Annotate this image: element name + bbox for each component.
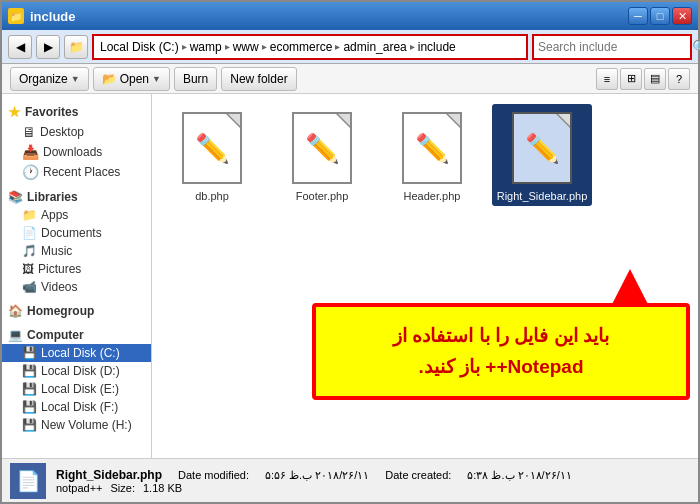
sidebar-item-pictures[interactable]: 🖼 Pictures (2, 260, 151, 278)
explorer-window: 📁 include ─ □ ✕ ◀ ▶ 📁 Local Disk (C:) ▸ … (0, 0, 700, 504)
close-button[interactable]: ✕ (672, 7, 692, 25)
file-item-right-sidebar[interactable]: ✏️ Right_Sidebar.php (492, 104, 592, 206)
status-date-modified-label: Date modified: (178, 469, 249, 481)
organize-dropdown-arrow: ▼ (71, 74, 80, 84)
header-php-icon: ✏️ (397, 108, 467, 188)
sidebar-item-music[interactable]: 🎵 Music (2, 242, 151, 260)
maximize-button[interactable]: □ (650, 7, 670, 25)
up-button[interactable]: 📁 (64, 35, 88, 59)
new-folder-button[interactable]: New folder (221, 67, 296, 91)
computer-icon: 💻 (8, 328, 23, 342)
db-php-label: db.php (195, 190, 229, 202)
sidebar-item-local-disk-f[interactable]: 💾 Local Disk (F:) (2, 398, 151, 416)
forward-button[interactable]: ▶ (36, 35, 60, 59)
apps-icon: 📁 (22, 208, 37, 222)
address-path[interactable]: Local Disk (C:) ▸ wamp ▸ www ▸ ecommerce… (92, 34, 528, 60)
path-wamp: wamp (190, 40, 222, 54)
view-grid-button[interactable]: ⊞ (620, 68, 642, 90)
path-admin-area: admin_area (343, 40, 406, 54)
header-php-label: Header.php (404, 190, 461, 202)
sidebar-item-local-disk-c[interactable]: 💾 Local Disk (C:) (2, 344, 151, 362)
path-ecommerce: ecommerce (270, 40, 333, 54)
open-button[interactable]: 📂 Open ▼ (93, 67, 170, 91)
status-bar: 📄 Right_Sidebar.php Date modified: ۲۰۱۸/… (2, 458, 698, 502)
homegroup-section: 🏠 Homegroup (2, 302, 151, 320)
libraries-header[interactable]: 📚 Libraries (2, 188, 151, 206)
sidebar-item-local-disk-d[interactable]: 💾 Local Disk (D:) (2, 362, 151, 380)
documents-icon: 📄 (22, 226, 37, 240)
homegroup-icon: 🏠 (8, 304, 23, 318)
downloads-icon: 📥 (22, 144, 39, 160)
main-content: ★ Favorites 🖥 Desktop 📥 Downloads 🕐 Rece… (2, 94, 698, 458)
status-size-label: Size: (111, 482, 135, 494)
open-icon: 📂 (102, 72, 117, 86)
status-app: notpad++ (56, 482, 103, 494)
annotation-box: باید این فایل را با استفاده از Notepad++… (312, 303, 690, 400)
search-icon[interactable]: 🔍 (692, 39, 700, 55)
sidebar-item-new-volume-h[interactable]: 💾 New Volume (H:) (2, 416, 151, 434)
disk-f-icon: 💾 (22, 400, 37, 414)
music-icon: 🎵 (22, 244, 37, 258)
disk-h-icon: 💾 (22, 418, 37, 432)
file-area-container: ✏️ db.php ✏️ Footer.php (152, 94, 698, 458)
view-list-button[interactable]: ≡ (596, 68, 618, 90)
right-sidebar-php-label: Right_Sidebar.php (497, 190, 588, 202)
title-controls: ─ □ ✕ (628, 7, 692, 25)
sidebar: ★ Favorites 🖥 Desktop 📥 Downloads 🕐 Rece… (2, 94, 152, 458)
desktop-icon: 🖥 (22, 124, 36, 140)
recent-places-icon: 🕐 (22, 164, 39, 180)
minimize-button[interactable]: ─ (628, 7, 648, 25)
libraries-section: 📚 Libraries 📁 Apps 📄 Documents 🎵 Music 🖼 (2, 188, 151, 296)
disk-c-icon: 💾 (22, 346, 37, 360)
status-filename: Right_Sidebar.php (56, 468, 162, 482)
favorites-section: ★ Favorites 🖥 Desktop 📥 Downloads 🕐 Rece… (2, 102, 151, 182)
status-size-value: 1.18 KB (143, 482, 182, 494)
view-details-button[interactable]: ▤ (644, 68, 666, 90)
file-item-footer[interactable]: ✏️ Footer.php (272, 104, 372, 206)
videos-icon: 📹 (22, 280, 37, 294)
disk-e-icon: 💾 (22, 382, 37, 396)
address-bar: ◀ ▶ 📁 Local Disk (C:) ▸ wamp ▸ www ▸ eco… (2, 30, 698, 64)
annotation-text: باید این فایل را با استفاده از Notepad++… (328, 321, 674, 382)
open-dropdown-arrow: ▼ (152, 74, 161, 84)
path-local-disk: Local Disk (C:) (100, 40, 179, 54)
sidebar-item-downloads[interactable]: 📥 Downloads (2, 142, 151, 162)
right-sidebar-php-icon: ✏️ (507, 108, 577, 188)
sidebar-item-apps[interactable]: 📁 Apps (2, 206, 151, 224)
sidebar-item-videos[interactable]: 📹 Videos (2, 278, 151, 296)
window-title: include (30, 9, 76, 24)
status-info: Right_Sidebar.php Date modified: ۲۰۱۸/۲۶… (56, 468, 572, 494)
footer-php-label: Footer.php (296, 190, 349, 202)
file-item-header[interactable]: ✏️ Header.php (382, 104, 482, 206)
homegroup-header[interactable]: 🏠 Homegroup (2, 302, 151, 320)
search-input[interactable] (538, 40, 688, 54)
toolbar: Organize ▼ 📂 Open ▼ Burn New folder ≡ ⊞ … (2, 64, 698, 94)
title-bar-left: 📁 include (8, 8, 76, 24)
organize-button[interactable]: Organize ▼ (10, 67, 89, 91)
path-www: www (233, 40, 259, 54)
file-item-db[interactable]: ✏️ db.php (162, 104, 262, 206)
status-file-icon: 📄 (10, 463, 46, 499)
computer-header[interactable]: 💻 Computer (2, 326, 151, 344)
window-icon: 📁 (8, 8, 24, 24)
help-button[interactable]: ? (668, 68, 690, 90)
favorites-header[interactable]: ★ Favorites (2, 102, 151, 122)
disk-d-icon: 💾 (22, 364, 37, 378)
title-bar: 📁 include ─ □ ✕ (2, 2, 698, 30)
search-box[interactable]: 🔍 (532, 34, 692, 60)
star-icon: ★ (8, 104, 21, 120)
footer-php-icon: ✏️ (287, 108, 357, 188)
view-controls: ≡ ⊞ ▤ ? (596, 68, 690, 90)
sidebar-item-local-disk-e[interactable]: 💾 Local Disk (E:) (2, 380, 151, 398)
path-include: include (418, 40, 456, 54)
sidebar-item-documents[interactable]: 📄 Documents (2, 224, 151, 242)
back-button[interactable]: ◀ (8, 35, 32, 59)
db-php-icon: ✏️ (177, 108, 247, 188)
file-grid: ✏️ db.php ✏️ Footer.php (152, 94, 698, 216)
burn-button[interactable]: Burn (174, 67, 217, 91)
sidebar-item-recent-places[interactable]: 🕐 Recent Places (2, 162, 151, 182)
status-date-created-label: Date created: (385, 469, 451, 481)
pictures-icon: 🖼 (22, 262, 34, 276)
status-date-created-value: ۲۰۱۸/۲۶/۱۱ ب.ظ ۵:۳۸ (467, 469, 571, 482)
sidebar-item-desktop[interactable]: 🖥 Desktop (2, 122, 151, 142)
